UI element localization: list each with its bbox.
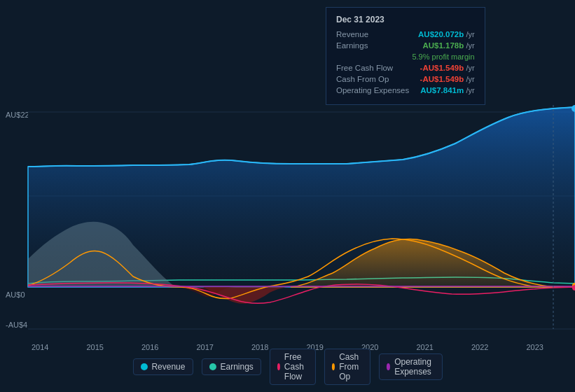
legend-cfo[interactable]: Cash From Op [324,349,370,385]
x-label-2023: 2023 [527,343,543,351]
tooltip-fcf-label: Free Cash Flow [336,64,393,72]
legend-dot-revenue [140,363,147,370]
legend-dot-opex [387,363,390,370]
tooltip-cfo-value: -AU$1.549b /yr [420,75,475,83]
tooltip-earnings-row: Earnings AU$1.178b /yr [336,41,475,50]
tooltip-cfo-label: Cash From Op [336,75,389,83]
legend-label-revenue: Revenue [151,362,185,372]
tooltip-revenue-label: Revenue [336,30,368,38]
tooltip-revenue-row: Revenue AU$20.072b /yr [336,30,475,38]
legend-label-opex: Operating Expenses [394,357,434,377]
chart-legend: Revenue Earnings Free Cash Flow Cash Fro… [132,349,442,385]
legend-earnings[interactable]: Earnings [201,358,261,375]
chart-container: Dec 31 2023 Revenue AU$20.072b /yr Earni… [0,0,575,392]
legend-dot-cfo [332,363,335,370]
legend-label-fcf: Free Cash Flow [284,352,308,382]
legend-dot-earnings [209,363,216,370]
tooltip-earnings-value: AU$1.178b /yr [422,41,474,50]
tooltip-cfo-row: Cash From Op -AU$1.549b /yr [336,75,475,83]
tooltip-earnings-label: Earnings [336,41,368,50]
legend-revenue[interactable]: Revenue [132,358,193,375]
tooltip-revenue-value: AU$20.072b /yr [418,30,475,38]
tooltip-box: Dec 31 2023 Revenue AU$20.072b /yr Earni… [326,7,485,105]
x-label-2014: 2014 [32,343,48,351]
legend-fcf[interactable]: Free Cash Flow [270,349,316,385]
tooltip-opex-row: Operating Expenses AU$7.841m /yr [336,86,475,94]
x-label-2015: 2015 [87,343,104,351]
legend-label-earnings: Earnings [220,362,253,372]
x-label-2022: 2022 [471,343,488,351]
tooltip-opex-label: Operating Expenses [336,86,409,94]
tooltip-profit-margin: 5.9% profit margin [412,52,474,61]
legend-opex[interactable]: Operating Expenses [379,354,443,380]
tooltip-opex-value: AU$7.841m /yr [420,86,474,94]
tooltip-profit-margin-row: 5.9% profit margin [336,52,475,61]
legend-dot-fcf [277,363,280,370]
tooltip-fcf-value: -AU$1.549b /yr [420,64,475,72]
legend-label-cfo: Cash From Op [339,352,363,382]
tooltip-title: Dec 31 2023 [336,15,475,24]
tooltip-fcf-row: Free Cash Flow -AU$1.549b /yr [336,64,475,72]
